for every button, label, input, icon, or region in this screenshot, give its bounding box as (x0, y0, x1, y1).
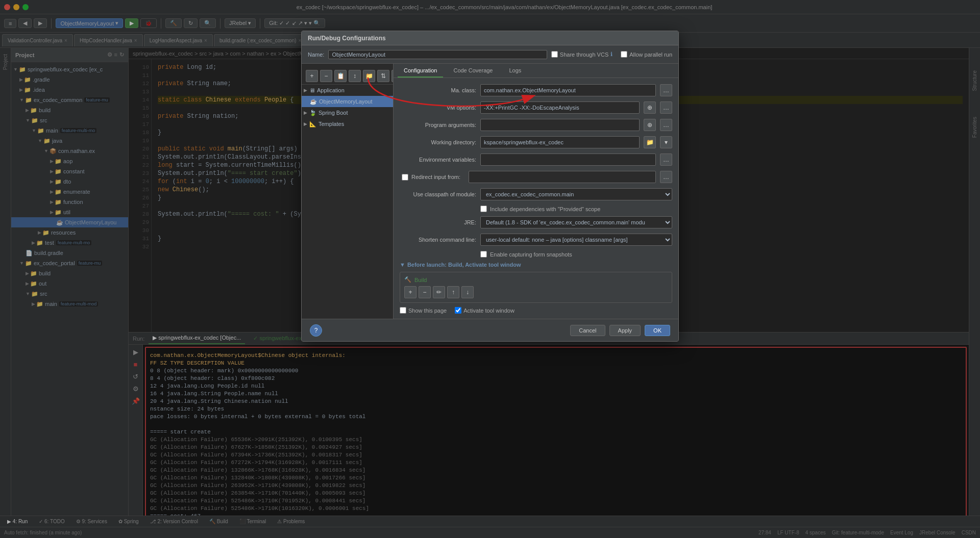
config-label: Templates (318, 121, 344, 127)
jre-label: JRE: (400, 219, 476, 225)
activate-window-checkbox-row[interactable]: Activate tool window (455, 307, 514, 314)
dialog-body: + − 📋 ↕ 📁 ⇅ ⊞ ▶ 🖥 Application ☕ ObjectMe… (302, 64, 678, 319)
main-class-label: Ma. class: (400, 87, 476, 93)
dialog-overlay: Run/Debug Configurations Name: ObjectMem… (0, 0, 980, 538)
show-page-checkbox-row[interactable]: Show this page (400, 307, 447, 314)
activate-label: Activate tool window (463, 308, 514, 314)
include-deps-row: Include dependencies with "Provided" sco… (480, 206, 672, 212)
share-vcs-checkbox[interactable]: Share through VCS ℹ (551, 51, 612, 58)
folder-config-btn[interactable]: 📁 (363, 70, 375, 82)
expand-icon: ▶ (304, 88, 307, 93)
config-spring-boot[interactable]: ▶ 🍃 Spring Boot (302, 107, 393, 118)
share-vcs-label: Share through VCS (560, 52, 608, 58)
tab-configuration[interactable]: Configuration (398, 64, 443, 78)
dialog-config-tree: + − 📋 ↕ 📁 ⇅ ⊞ ▶ 🖥 Application ☕ ObjectMe… (302, 64, 394, 319)
vm-options-label: VM options: (400, 105, 476, 111)
working-dir-label: Working directory: (400, 139, 476, 145)
tab-code-coverage[interactable]: Code Coverage (447, 64, 499, 78)
cancel-button[interactable]: Cancel (570, 325, 605, 336)
parallel-run-checkbox[interactable]: Allow parallel run (621, 51, 672, 58)
spring-icon: 🍃 (309, 110, 316, 116)
vm-options-more-btn[interactable]: … (660, 101, 672, 114)
shorten-cmd-select[interactable]: user-local default: none – java [options… (480, 234, 672, 246)
copy-config-btn[interactable]: 📋 (334, 70, 347, 82)
dialog-footer: ? Cancel Apply OK (302, 319, 678, 341)
vm-options-expand-btn[interactable]: ⊕ (644, 101, 656, 114)
redirect-input-field[interactable] (469, 171, 656, 183)
tab-label: Logs (509, 67, 522, 73)
classpath-module-row: Use classpath of module: ex_codec.ex_cod… (400, 188, 672, 200)
redirect-browse-btn[interactable]: … (660, 171, 672, 183)
include-deps-label: Include dependencies with "Provided" sco… (490, 206, 600, 212)
redirect-input-label: Redirect input from: (411, 174, 460, 180)
expand-icon: ▶ (304, 110, 307, 115)
dialog-title-text: Run/Debug Configurations (308, 35, 386, 42)
name-input[interactable]: ObjectMemoryLayout (328, 50, 547, 59)
move-config-btn[interactable]: ↕ (349, 70, 361, 82)
dialog-tabs: Configuration Code Coverage Logs (394, 64, 678, 78)
working-dir-row: Working directory: 📁 ▾ (400, 136, 672, 148)
info-icon: ℹ (610, 51, 612, 58)
working-dir-dropdown-btn[interactable]: ▾ (660, 136, 672, 148)
name-label: Name: (308, 52, 324, 58)
build-icon: 🔨 (404, 276, 411, 283)
before-launch-buttons: + − ✏ ↑ ↓ (404, 286, 668, 298)
env-vars-label: Environment variables: (400, 157, 476, 163)
ok-button[interactable]: OK (645, 325, 670, 336)
dialog-config-form: Configuration Code Coverage Logs Ma. cla… (394, 64, 678, 319)
move-down-before-launch-btn[interactable]: ↓ (461, 286, 474, 298)
shorten-cmd-label: Shorten command line: (400, 237, 476, 243)
dialog-title: Run/Debug Configurations (302, 31, 678, 45)
expand-icon: ▶ (304, 121, 307, 126)
add-before-launch-btn[interactable]: + (404, 286, 416, 298)
program-args-more-btn[interactable]: … (660, 119, 672, 131)
env-vars-row: Environment variables: … (400, 153, 672, 166)
config-app-icon: 🖥 (309, 87, 315, 93)
classpath-module-label: Use classpath of module: (400, 191, 476, 197)
main-class-input[interactable] (480, 84, 656, 96)
help-button[interactable]: ? (310, 324, 322, 337)
before-launch-title: Before launch: Build, Activate tool wind… (407, 262, 521, 268)
vm-options-input[interactable] (480, 101, 640, 114)
show-page-checkbox[interactable] (400, 307, 406, 314)
config-item-icon: ☕ (310, 98, 317, 105)
show-page-label: Show this page (408, 308, 447, 314)
sort-config-btn[interactable]: ⇅ (377, 70, 389, 82)
env-vars-browse-btn[interactable]: … (660, 153, 672, 166)
program-args-label: Program arguments: (400, 122, 476, 128)
add-config-btn[interactable]: + (306, 70, 318, 82)
expand-icon: ▼ (400, 262, 405, 268)
remove-before-launch-btn[interactable]: − (419, 286, 431, 298)
run-debug-dialog: Run/Debug Configurations Name: ObjectMem… (301, 31, 679, 342)
tab-logs[interactable]: Logs (503, 64, 528, 78)
shorten-cmd-row: Shorten command line: user-local default… (400, 234, 672, 246)
working-dir-browse-btn[interactable]: 📁 (644, 136, 656, 148)
enable-form-snapshots-checkbox[interactable] (480, 251, 487, 258)
redirect-input-checkbox[interactable] (402, 174, 408, 181)
config-ObjectMemoryLayout[interactable]: ☕ ObjectMemoryLayout (302, 96, 393, 107)
include-deps-checkbox[interactable] (480, 206, 487, 212)
remove-config-btn[interactable]: − (320, 70, 332, 82)
tab-label: Configuration (404, 67, 437, 73)
vm-options-row: VM options: ⊕ … (400, 101, 672, 114)
config-templates[interactable]: ▶ 📐 Templates (302, 118, 393, 130)
env-vars-input[interactable] (480, 153, 656, 166)
program-args-expand-btn[interactable]: ⊕ (644, 119, 656, 131)
config-application[interactable]: ▶ 🖥 Application (302, 85, 393, 96)
before-launch-build: 🔨 Build (404, 276, 668, 283)
before-launch-section: 🔨 Build + − ✏ ↑ ↓ (400, 272, 672, 303)
enable-form-snapshots-row: Enable capturing form snapshots (480, 251, 672, 258)
parallel-run-label: Allow parallel run (629, 52, 672, 58)
program-args-input[interactable] (480, 119, 640, 131)
config-label: Spring Boot (318, 110, 348, 116)
main-class-browse-btn[interactable]: … (660, 84, 672, 96)
working-dir-input[interactable] (480, 136, 640, 148)
classpath-module-select[interactable]: ex_codec.ex_codec_common.main (480, 188, 672, 200)
jre-select[interactable]: Default (1.8 - SDK of 'ex_codec.ex_codec… (480, 216, 672, 228)
config-label: Application (317, 87, 345, 93)
program-args-row: Program arguments: ⊕ … (400, 119, 672, 131)
activate-window-checkbox[interactable] (455, 307, 461, 314)
apply-button[interactable]: Apply (609, 325, 641, 336)
move-up-before-launch-btn[interactable]: ↑ (447, 286, 459, 298)
edit-before-launch-btn[interactable]: ✏ (433, 286, 445, 298)
